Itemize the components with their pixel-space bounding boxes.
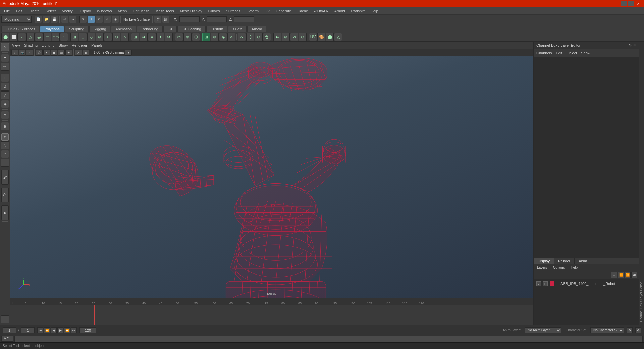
lasso-select[interactable]: ⊏: [1, 54, 9, 62]
paint-select[interactable]: ✏: [1, 63, 9, 71]
multi-cut-tool[interactable]: ✂: [175, 33, 183, 41]
delete-edge-vert[interactable]: ✕: [227, 33, 235, 41]
mel-input[interactable]: [14, 336, 643, 342]
collapse-tool[interactable]: ◈: [219, 33, 227, 41]
plane-tool[interactable]: ▭: [43, 33, 51, 41]
merge-to-center[interactable]: ⊛: [211, 33, 219, 41]
rbt-display[interactable]: Display: [534, 258, 554, 264]
layer-step-back-btn[interactable]: ⏪: [618, 272, 624, 278]
tab-rendering[interactable]: Rendering: [137, 26, 163, 32]
subdivide[interactable]: ⬡: [246, 33, 254, 41]
current-frame-input[interactable]: [3, 327, 16, 333]
vp-grid-btn[interactable]: #: [26, 50, 33, 56]
translate-btn[interactable]: ✛: [88, 16, 95, 23]
vp-gamma-dropdown[interactable]: ▾: [125, 50, 132, 56]
tab-xgen[interactable]: XGen: [228, 26, 246, 32]
vp-smooth-btn[interactable]: ●: [43, 50, 50, 56]
rotate-btn[interactable]: ↺: [96, 16, 103, 23]
vertex-bake[interactable]: ⬤: [326, 33, 334, 41]
insert-edge-loop[interactable]: ⊞: [131, 33, 139, 41]
render-btn[interactable]: 🎬: [154, 16, 161, 23]
slide-edge[interactable]: ⇔: [140, 33, 148, 41]
poke-tool[interactable]: ✦: [156, 33, 164, 41]
flip-triangles[interactable]: △: [334, 33, 342, 41]
vp-flat-btn[interactable]: ◼: [51, 50, 57, 56]
select-btn[interactable]: ↖: [79, 16, 87, 23]
maximize-button[interactable]: □: [628, 1, 634, 6]
layer-playback[interactable]: P: [543, 281, 548, 286]
menu-uv[interactable]: UV: [262, 8, 272, 14]
menu-3dtoall[interactable]: -3DtoAll-: [311, 8, 331, 14]
universal-manipulator-btn[interactable]: ◈: [112, 16, 119, 23]
play-fwd-btn[interactable]: ▶: [57, 327, 63, 333]
cylinder-tool[interactable]: ⬦: [18, 33, 26, 41]
bevel-tool[interactable]: ◇: [87, 33, 95, 41]
vp-menu-panels[interactable]: Panels: [91, 43, 103, 47]
anim-layer-select[interactable]: No Anim Layer: [525, 327, 561, 333]
ipr-btn[interactable]: 🖼: [162, 16, 169, 23]
soft-modify[interactable]: ⊃: [1, 111, 9, 119]
tab-rigging[interactable]: Rigging: [89, 26, 110, 32]
tab-curves-surfaces[interactable]: Curves / Surfaces: [1, 26, 39, 32]
menu-generate[interactable]: Generate: [273, 8, 294, 14]
vp-menu-lighting[interactable]: Lighting: [42, 43, 55, 47]
z-input[interactable]: [234, 16, 254, 22]
menu-mesh-display[interactable]: Mesh Display: [177, 8, 205, 14]
expand-icon[interactable]: ⊕: [629, 43, 632, 47]
layer-end-btn[interactable]: ⏭: [631, 272, 637, 278]
undo-btn[interactable]: ↩: [61, 16, 68, 23]
timeline-ruler[interactable]: 1 5 10 15 20 25 30 35 40 45 50 55 60 65: [10, 298, 533, 305]
render-viewport[interactable]: ▶: [1, 205, 9, 220]
timeline-content[interactable]: [10, 305, 533, 325]
menu-mesh-tools[interactable]: Mesh Tools: [153, 8, 176, 14]
vp-home-btn[interactable]: ⌂: [11, 50, 18, 56]
menu-display[interactable]: Display: [76, 8, 94, 14]
menu-file[interactable]: File: [1, 8, 13, 14]
connect-tool[interactable]: ⊕: [183, 33, 192, 41]
minimize-button[interactable]: ─: [621, 1, 627, 6]
frame-end-input[interactable]: [79, 327, 96, 333]
boolean-inter-tool[interactable]: ∩: [121, 33, 129, 41]
tab-arnold[interactable]: Arnold: [247, 26, 267, 32]
layer-step-fwd-btn[interactable]: ⏩: [625, 272, 631, 278]
cb-tab-object[interactable]: Object: [566, 50, 577, 56]
playback-options-btn[interactable]: ⚙: [627, 327, 633, 333]
snap-view[interactable]: □: [1, 159, 9, 167]
extrude-tool[interactable]: ⊞: [70, 33, 78, 41]
go-to-start-btn[interactable]: ⏮: [37, 327, 43, 333]
menu-radshift[interactable]: Radshift: [348, 8, 367, 14]
menu-curves[interactable]: Curves: [206, 8, 223, 14]
torus-tool[interactable]: ◎: [35, 33, 43, 41]
tab-polygons[interactable]: Polygons: [40, 26, 64, 32]
menu-windows[interactable]: Windows: [94, 8, 115, 14]
step-back-btn[interactable]: ⏪: [44, 327, 50, 333]
mel-label[interactable]: MEL: [1, 336, 13, 342]
boolean-union-tool[interactable]: ∪: [104, 33, 112, 41]
history-btn[interactable]: ⏱: [1, 188, 9, 202]
sphere-tool[interactable]: ⬤: [1, 33, 9, 41]
play-back-btn[interactable]: ◀: [51, 327, 57, 333]
reduce-tool[interactable]: ⊖: [255, 33, 263, 41]
redo-btn[interactable]: ↪: [69, 16, 76, 23]
show-manipulator[interactable]: ⊕: [1, 122, 9, 130]
menu-edit-mesh[interactable]: Edit Mesh: [130, 8, 152, 14]
wedge-tool[interactable]: ⋈: [165, 33, 173, 41]
menu-create[interactable]: Create: [26, 8, 42, 14]
frame-start-input[interactable]: [21, 327, 35, 333]
tab-fx[interactable]: FX: [163, 26, 177, 32]
snap-point[interactable]: ⊙: [1, 150, 9, 158]
menu-cache[interactable]: Cache: [294, 8, 311, 14]
menu-mesh[interactable]: Mesh: [115, 8, 129, 14]
cube-tool[interactable]: ⬜: [10, 33, 18, 41]
vp-menu-renderer[interactable]: Renderer: [72, 43, 87, 47]
char-set-select[interactable]: No Character Set: [590, 327, 624, 333]
snap-curve[interactable]: ∿: [1, 141, 9, 149]
rbt-render[interactable]: Render: [554, 258, 575, 264]
mirror-tool[interactable]: ⇐: [273, 33, 281, 41]
target-weld[interactable]: ⊞: [202, 33, 210, 41]
pipe-tool[interactable]: ⊂⊃: [52, 33, 60, 41]
workspace-select[interactable]: Modeling: [1, 16, 32, 23]
vp-menu-view[interactable]: View: [12, 43, 20, 47]
universal-tool[interactable]: ◈: [1, 100, 9, 108]
menu-modify[interactable]: Modify: [59, 8, 75, 14]
